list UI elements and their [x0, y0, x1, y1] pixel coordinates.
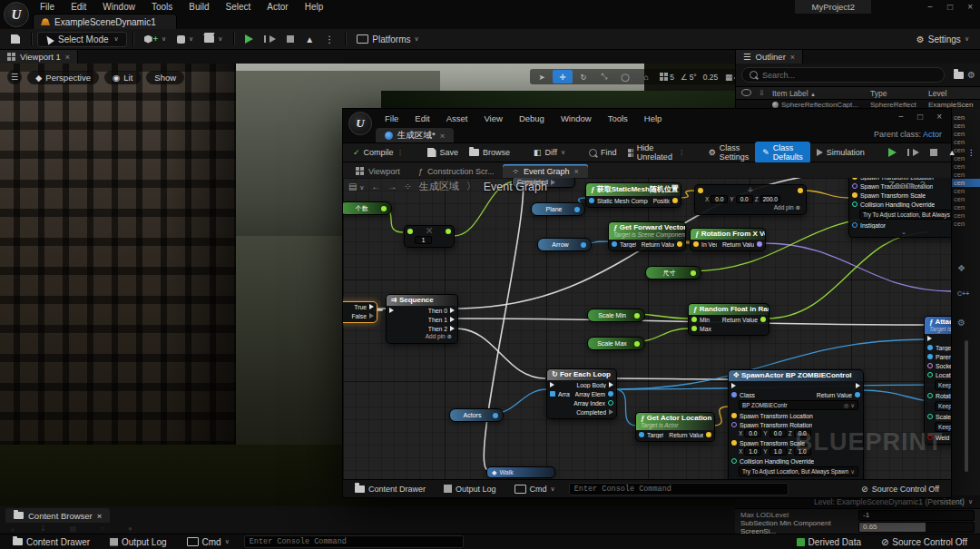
main-menu-tools[interactable]: Tools	[144, 1, 180, 13]
settings-dropdown[interactable]: ⚙ Settings ∨	[911, 33, 975, 46]
node-actors[interactable]: Actors	[449, 408, 504, 422]
node-获取staticmesh随机位置[interactable]: ƒ 获取StaticMesh随机位置Static Mesh ComponentP…	[585, 182, 681, 208]
spawn-transform-location-pin[interactable]	[852, 178, 858, 180]
value-field[interactable]: 1	[415, 236, 432, 244]
diff-dropdown[interactable]: ◧Diff∨	[529, 146, 570, 159]
scale-tool-button[interactable]: ⤡	[594, 70, 614, 83]
hide-unrelated-button[interactable]: Hide Unrelated⋮	[623, 142, 690, 163]
tab-bp-viewport[interactable]: Viewport	[347, 164, 409, 178]
target-pin[interactable]	[612, 241, 617, 247]
bp-play-button[interactable]	[884, 146, 901, 159]
move-tool-button[interactable]: ✛	[553, 70, 573, 83]
parent-class-link[interactable]: Actor	[923, 130, 942, 139]
bp-output-log-button[interactable]: Output Log	[439, 483, 501, 495]
target-pin[interactable]	[927, 345, 933, 350]
return-value-pin[interactable]	[760, 317, 766, 322]
tab-event-graph[interactable]: ⁘Event Graph×	[503, 164, 587, 178]
bp-menu-file[interactable]: File	[377, 113, 406, 124]
bp-menu-debug[interactable]: Debug	[512, 113, 552, 124]
minimize-icon[interactable]: −	[927, 2, 933, 12]
node-scale-min[interactable]: Scale Min	[587, 309, 645, 322]
data-pin[interactable]	[407, 229, 413, 234]
clipped-row-cen[interactable]: cen	[952, 195, 980, 203]
maximize-icon[interactable]: □	[947, 2, 953, 12]
bp-stop-button[interactable]	[926, 147, 942, 158]
class-defaults-button[interactable]: ✎Class Defaults	[755, 142, 810, 163]
class-settings-button[interactable]: ⚙Class Settings	[704, 142, 754, 163]
play-options-button[interactable]: ⋮	[319, 33, 339, 46]
node-node[interactable]: TrueFalse	[343, 301, 377, 323]
个数-pin[interactable]	[381, 206, 387, 211]
output-log-button[interactable]: Output Log	[104, 535, 172, 549]
data-pin[interactable]	[446, 229, 451, 234]
clipped-row-cen[interactable]: cen	[952, 138, 980, 146]
target-pin[interactable]	[639, 432, 644, 437]
clipped-row-cen[interactable]: cen	[952, 203, 980, 211]
eject-button[interactable]: ▲	[299, 33, 319, 46]
main-menu-edit[interactable]: Edit	[64, 1, 93, 13]
spawn-transform-scale-pin[interactable]	[852, 192, 858, 198]
dropdown[interactable]: Keep W...∨	[935, 401, 951, 411]
world-space-button[interactable]: ◯	[615, 70, 635, 83]
node-node[interactable]: +X0.0Y0.0Z200.0Add pin ⊕	[694, 184, 807, 215]
position-pin[interactable]	[672, 198, 678, 203]
event-graph-canvas[interactable]: 个数✕1TrueFalse⇉ SequenceThen 0Then 1Then …	[343, 178, 951, 479]
exec-pin[interactable]	[369, 313, 374, 319]
bp-eject-button[interactable]: ▲	[944, 146, 961, 159]
main-menu-actor[interactable]: Actor	[260, 1, 295, 13]
exec-pin[interactable]	[731, 383, 736, 388]
close-icon[interactable]: ×	[97, 511, 103, 521]
show-dropdown[interactable]: Show	[146, 71, 184, 84]
outliner-search-input[interactable]: Search...	[741, 67, 945, 83]
parent-act-pin[interactable]	[927, 354, 933, 359]
breadcrumb-leaf[interactable]: Event Graph	[484, 181, 547, 193]
instigator-pin[interactable]	[852, 222, 858, 228]
rotate-tool-button[interactable]: ↻	[573, 70, 593, 83]
tab-construction-script[interactable]: ƒConstruction Scr...	[409, 164, 504, 178]
socket-na-pin[interactable]	[927, 363, 933, 368]
surface-snap-button[interactable]: ⌂	[636, 70, 656, 83]
tab-content-browser[interactable]: Content Browser ×	[5, 508, 110, 523]
value-field[interactable]: 0.0	[744, 429, 761, 437]
node-walk[interactable]: ◆Walk	[486, 466, 555, 478]
arrow-pin[interactable]	[581, 242, 586, 248]
stop-button[interactable]	[281, 34, 299, 44]
browse-button[interactable]: Browse	[465, 146, 514, 159]
bp-frame-skip-button[interactable]	[903, 147, 924, 158]
spawn-transform-rotation-pin[interactable]	[731, 422, 737, 427]
node-spawnactor-bp-zombiecontrol[interactable]: ✥ SpawnActor BP ZOMBIEControlClassReturn…	[728, 369, 864, 479]
尺寸-pin[interactable]	[691, 270, 696, 276]
close-icon[interactable]: ×	[967, 2, 973, 12]
static-mesh-component-pin[interactable]	[589, 198, 594, 203]
bp-console-command-input[interactable]: Enter Console Command	[569, 483, 789, 495]
exec-pin[interactable]	[609, 409, 613, 415]
node-arrow[interactable]: Arrow	[537, 238, 592, 251]
breadcrumb-root[interactable]: 生成区域	[419, 180, 459, 193]
back-icon[interactable]: ←	[371, 181, 380, 191]
data-pin[interactable]	[798, 188, 803, 193]
exec-pin[interactable]	[389, 308, 394, 313]
max-pin[interactable]	[691, 326, 697, 331]
source-control-button[interactable]: ⊘Source Control Off	[876, 535, 973, 549]
dropdown[interactable]: Keep W...∨	[935, 380, 951, 390]
scale-snap-button[interactable]: 0.25	[701, 70, 721, 83]
blueprints-button[interactable]: ∨	[172, 34, 199, 45]
value-field[interactable]: 0.0	[736, 195, 753, 203]
platforms-dropdown[interactable]: Platforms ∨	[351, 33, 424, 46]
exec-pin[interactable]	[550, 382, 554, 387]
scrollbar[interactable]	[965, 340, 968, 472]
main-menu-file[interactable]: File	[33, 1, 62, 13]
bp-menu-edit[interactable]: Edit	[407, 113, 436, 124]
tab-level[interactable]: ExampleSceneDynamic1	[33, 14, 177, 29]
return-value-pin[interactable]	[855, 392, 860, 397]
forward-icon[interactable]: →	[387, 181, 397, 191]
cmd-dropdown[interactable]: Cmd∨	[181, 535, 235, 549]
data-pin[interactable]	[698, 188, 703, 193]
max-lod-input[interactable]: -1	[858, 510, 975, 521]
viewport-menu-icon[interactable]: ☰	[7, 70, 22, 84]
dropdown[interactable]: Try To Adjust Location, But Always Spawn…	[739, 466, 858, 476]
class-pin[interactable]	[731, 392, 737, 397]
spawn-transform-rotation-pin[interactable]	[852, 183, 858, 189]
scale-rule-pin[interactable]	[927, 414, 933, 419]
in-vec-pin[interactable]	[693, 241, 699, 247]
